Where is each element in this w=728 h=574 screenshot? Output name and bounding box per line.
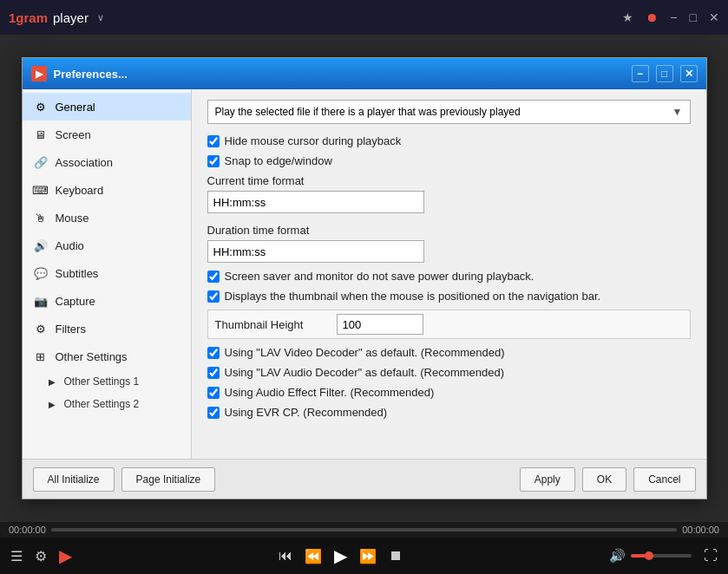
dialog-body: ⚙ General 🖥 Screen 🔗 Association ⌨ Keybo… [23,89,706,459]
sidebar-item-other1[interactable]: ▶ Other Settings 1 [23,370,191,393]
lav-audio-checkbox[interactable] [207,367,220,379]
fullscreen-button[interactable]: ⛶ [704,548,718,564]
sidebar-item-audio[interactable]: 🔊 Audio [23,232,191,259]
sidebar-item-capture[interactable]: 📷 Capture [23,287,191,315]
thumbnail-height-input[interactable] [337,314,423,335]
evr-checkbox[interactable] [207,407,220,419]
filters-icon: ⚙ [33,321,49,336]
seekbar[interactable] [51,528,677,532]
dialog-app-icon: ▶ [31,66,47,82]
other1-arrow: ▶ [49,377,56,387]
title-bar-icons: ★ ⏺ − □ ✕ [622,10,719,24]
evr-label: Using EVR CP. (Recommended) [225,406,388,419]
association-icon: 🔗 [33,154,49,170]
dialog-title-controls: − □ ✕ [632,65,698,82]
sidebar-label-audio: Audio [56,239,180,252]
title-chevron[interactable]: ∨ [97,12,104,23]
screen-saver-label: Screen saver and monitor do not save pow… [225,270,535,283]
thumbnail-row-check: Displays the thumbnail when the mouse is… [207,290,691,303]
maximize-icon[interactable]: □ [690,10,697,24]
dropdown-value: Play the selected file if there is a pla… [215,106,521,118]
screen-saver-checkbox[interactable] [207,271,220,283]
dropdown-arrow-icon: ▼ [672,106,683,118]
sidebar-label-filters: Filters [56,323,180,336]
sidebar-label-subtitles: Subtitles [56,267,180,280]
sidebar-label-association: Association [56,156,180,169]
dialog-minimize-btn[interactable]: − [632,65,649,82]
progress-bar-area: 00:00:00 00:00:00 [0,522,728,538]
sidebar-item-mouse[interactable]: 🖱 Mouse [23,204,191,232]
lav-video-checkbox[interactable] [207,347,220,359]
sidebar-item-filters[interactable]: ⚙ Filters [23,315,191,342]
capture-icon: 📷 [33,293,49,309]
evr-row: Using EVR CP. (Recommended) [207,406,691,419]
sidebar-item-screen[interactable]: 🖥 Screen [23,121,191,148]
sidebar: ⚙ General 🖥 Screen 🔗 Association ⌨ Keybo… [23,89,192,459]
sidebar-label-general: General [56,101,180,114]
logo-white-text: player [53,10,89,25]
sidebar-item-general[interactable]: ⚙ General [23,93,191,121]
current-time-group: Current time format [207,174,691,220]
preferences-dialog: ▶ Preferences... − □ ✕ ⚙ General 🖥 Scree… [22,57,707,499]
settings-button[interactable]: ⚙ [35,548,47,564]
sidebar-item-keyboard[interactable]: ⌨ Keyboard [23,176,191,204]
record-icon[interactable]: ⏺ [646,10,658,24]
screen-icon: 🖥 [33,127,49,142]
apply-button[interactable]: Apply [520,467,575,492]
bottom-controls: ☰ ⚙ ▶ ⏮ ⏪ ▶ ⏩ ⏹ 🔊 ⛶ [0,538,728,574]
other-icon: ⊞ [33,349,49,364]
snap-edge-checkbox[interactable] [207,155,220,167]
page-initialize-button[interactable]: Page Initialize [121,467,216,492]
mouse-icon: 🖱 [33,210,49,225]
audio-icon: 🔊 [33,238,49,253]
audio-effect-label: Using Audio Effect Filter. (Recommended) [225,386,435,399]
volume-knob [645,551,653,560]
close-icon[interactable]: ✕ [709,10,719,24]
dialog-footer: All Initialize Page Initialize Apply OK … [23,459,706,499]
audio-effect-checkbox[interactable] [207,387,220,399]
time-total: 00:00:00 [677,525,725,535]
sidebar-label-screen: Screen [56,128,180,141]
youtube-button[interactable]: ▶ [59,545,72,566]
prev-chapter-button[interactable]: ⏮ [279,548,292,564]
dialog-maximize-btn[interactable]: □ [656,65,673,82]
content-panel: Play the selected file if there is a pla… [192,89,706,459]
audio-effect-row: Using Audio Effect Filter. (Recommended) [207,386,691,399]
screen-saver-row: Screen saver and monitor do not save pow… [207,270,691,283]
logo-red-text: 1gram [9,10,48,25]
duration-time-input[interactable] [207,240,424,263]
volume-icon: 🔊 [609,548,626,564]
keyboard-icon: ⌨ [33,182,49,198]
all-initialize-button[interactable]: All Initialize [33,467,115,492]
sidebar-label-other2: Other Settings 2 [64,398,140,410]
thumbnail-nav-label: Displays the thumbnail when the mouse is… [225,290,601,303]
lav-video-row: Using "LAV Video Decoder" as default. (R… [207,346,691,359]
cancel-button[interactable]: Cancel [633,467,695,492]
lav-video-label: Using "LAV Video Decoder" as default. (R… [225,346,505,359]
minimize-icon[interactable]: − [670,10,677,24]
other2-arrow: ▶ [49,400,56,409]
volume-slider[interactable] [631,554,692,558]
dialog-title: Preferences... [54,68,128,81]
rewind-button[interactable]: ⏪ [305,548,322,564]
subtitles-icon: 💬 [33,265,49,281]
app-logo: 1gram player ∨ [9,10,104,25]
dialog-close-btn[interactable]: ✕ [680,65,698,82]
sidebar-item-association[interactable]: 🔗 Association [23,148,191,176]
current-time-label: Current time format [207,174,691,187]
thumbnail-checkbox[interactable] [207,290,220,303]
playback-dropdown[interactable]: Play the selected file if there is a pla… [207,100,691,124]
fast-forward-button[interactable]: ⏩ [359,548,377,564]
sidebar-item-subtitles[interactable]: 💬 Subtitles [23,259,191,287]
stop-button[interactable]: ⏹ [389,548,403,564]
thumbnail-height-label: Thumbnail Height [215,318,328,331]
general-icon: ⚙ [33,99,49,114]
hide-cursor-checkbox[interactable] [207,135,220,147]
star-icon[interactable]: ★ [622,10,633,24]
sidebar-item-other2[interactable]: ▶ Other Settings 2 [23,393,191,415]
sidebar-item-other[interactable]: ⊞ Other Settings [23,342,191,370]
ok-button[interactable]: OK [582,467,626,492]
play-pause-button[interactable]: ▶ [334,545,347,566]
current-time-input[interactable] [207,191,424,213]
playlist-button[interactable]: ☰ [10,548,23,564]
